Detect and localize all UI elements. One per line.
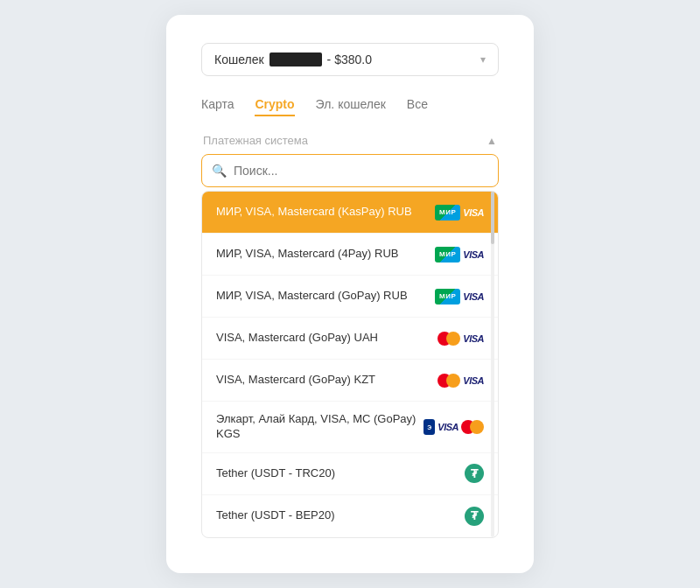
list-item-text: МИР, VISA, Mastercard (4Pay) RUB	[216, 247, 435, 262]
visa-icon: VISA	[463, 333, 484, 344]
dropdown-label-text: Платежная система	[203, 134, 308, 147]
elcart-icon: Э	[424, 419, 435, 435]
search-wrapper: 🔍	[201, 154, 499, 187]
list-item-icons: Э VISA	[424, 419, 484, 435]
list-item-icons: МИР VISA	[435, 247, 484, 262]
wallet-selector-left: Кошелек - $380.0	[214, 52, 372, 66]
list-item-text: Tether (USDT - TRC20)	[216, 466, 465, 481]
list-item-text: МИР, VISA, Mastercard (GoPay) RUB	[216, 289, 435, 304]
chevron-up-icon: ▲	[486, 135, 497, 147]
visa-icon: VISA	[463, 207, 484, 218]
mastercard-icon	[461, 420, 484, 434]
payment-system-list: МИР, VISA, Mastercard (KasPay) RUB МИР V…	[201, 191, 499, 538]
tabs-bar: Карта Crypto Эл. кошелек Все	[201, 97, 499, 116]
tab-all[interactable]: Все	[407, 97, 428, 116]
mir-icon: МИР	[435, 289, 460, 304]
list-item[interactable]: Tether (USDT - TRC20) ₮	[202, 453, 498, 495]
list-item-text: Tether (USDT - BEP20)	[216, 508, 465, 523]
list-item-icons: ₮	[465, 507, 484, 526]
list-item[interactable]: МИР, VISA, Mastercard (KasPay) RUB МИР V…	[202, 192, 498, 234]
tab-crypto[interactable]: Crypto	[255, 97, 294, 116]
list-item-icons: VISA	[438, 332, 484, 346]
visa-icon: VISA	[463, 249, 484, 260]
scrollbar-track[interactable]	[491, 192, 494, 537]
tether-icon: ₮	[465, 464, 484, 483]
list-item-text: VISA, Mastercard (GoPay) KZT	[216, 373, 438, 388]
list-item-icons: VISA	[438, 374, 484, 388]
list-item[interactable]: VISA, Mastercard (GoPay) KZT VISA	[202, 360, 498, 402]
mir-icon: МИР	[435, 247, 460, 262]
list-item[interactable]: МИР, VISA, Mastercard (GoPay) RUB МИР VI…	[202, 276, 498, 318]
list-item-text: МИР, VISA, Mastercard (KasPay) RUB	[216, 205, 435, 220]
search-icon: 🔍	[212, 164, 227, 178]
tab-ewallet[interactable]: Эл. кошелек	[316, 97, 386, 116]
wallet-balance: - $380.0	[327, 52, 372, 66]
tether-icon: ₮	[465, 507, 484, 526]
list-item[interactable]: Элкарт, Алай Кард, VISA, МС (GoPay) KGS …	[202, 402, 498, 453]
list-item-icons: МИР VISA	[435, 289, 484, 304]
mastercard-icon	[438, 374, 460, 388]
list-item-text: Элкарт, Алай Кард, VISA, МС (GoPay) KGS	[216, 412, 424, 442]
search-input[interactable]	[201, 154, 499, 187]
dropdown-label: Платежная система ▲	[201, 134, 499, 147]
wallet-label: Кошелек	[214, 52, 264, 66]
list-item[interactable]: VISA, Mastercard (GoPay) UAH VISA	[202, 318, 498, 360]
main-card: Кошелек - $380.0 ▾ Карта Crypto Эл. коше…	[166, 15, 534, 573]
list-item[interactable]: Tether (USDT - BEP20) ₮	[202, 495, 498, 537]
chevron-down-icon: ▾	[480, 53, 486, 66]
scrollbar-thumb[interactable]	[491, 192, 494, 244]
mastercard-icon	[438, 332, 460, 346]
mir-icon: МИР	[435, 205, 460, 220]
wallet-redacted	[270, 52, 322, 66]
visa-icon: VISA	[463, 375, 484, 386]
wallet-selector[interactable]: Кошелек - $380.0 ▾	[201, 43, 499, 76]
tab-card[interactable]: Карта	[201, 97, 234, 116]
visa-icon: VISA	[463, 291, 484, 302]
list-item[interactable]: МИР, VISA, Mastercard (4Pay) RUB МИР VIS…	[202, 234, 498, 276]
list-item-icons: МИР VISA	[435, 205, 484, 220]
list-item-text: VISA, Mastercard (GoPay) UAH	[216, 331, 438, 346]
visa-icon: VISA	[438, 422, 458, 432]
list-item-icons: ₮	[465, 464, 484, 483]
